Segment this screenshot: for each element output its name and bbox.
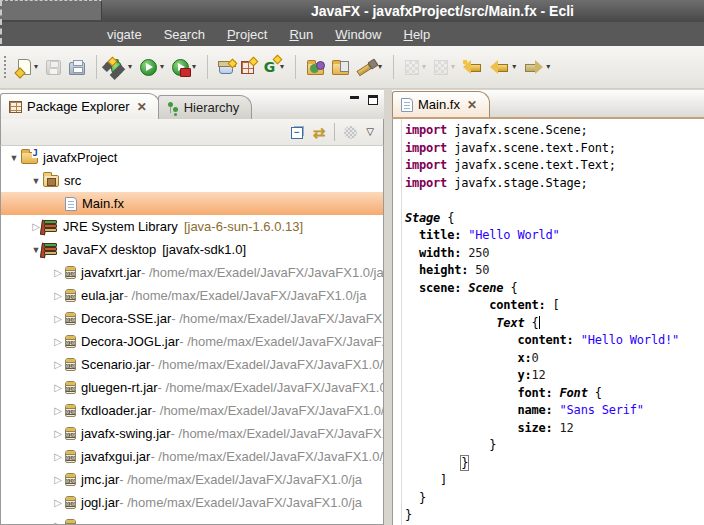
dropdown-arrow-icon[interactable]: ▾ (378, 63, 382, 71)
tree-item-path: - /home/max/Exadel/JavaFX/JavaFX1.0/ja (171, 311, 383, 326)
jar-icon (65, 450, 76, 463)
package-explorer-tree[interactable]: ▼javafxProject▼srcMain.fx▷JRE System Lib… (0, 146, 384, 525)
code-token: Scene (468, 281, 503, 295)
forward-button[interactable]: ▾ (520, 57, 554, 77)
toolbar-separator (393, 55, 394, 79)
code-token: width: (419, 246, 461, 260)
tab-main-fx[interactable]: Main.fx ✕ (392, 91, 490, 117)
collapse-all-icon[interactable] (291, 126, 304, 139)
dropdown-arrow-icon[interactable]: ▾ (546, 63, 550, 71)
code-token: title: (419, 228, 461, 242)
tree-item-javafxgui-jar[interactable]: ▷javafxgui.jar - /home/max/Exadel/JavaFX… (1, 445, 383, 468)
code-token: content: (489, 298, 545, 312)
tree-item-label: Decora-JOGL.jar (81, 334, 179, 349)
collapsed-arrow-icon[interactable]: ▷ (51, 474, 65, 485)
close-icon[interactable]: ✕ (465, 100, 477, 110)
menu-item-run[interactable]: Run (278, 27, 324, 42)
tree-item-main-fx[interactable]: Main.fx (1, 192, 383, 215)
window-titlebar: JavaFX - javafxProject/src/Main.fx - Ecl… (0, 0, 704, 22)
dropdown-arrow-icon[interactable]: ▾ (192, 63, 196, 71)
jar-icon (65, 335, 76, 348)
collapsed-arrow-icon[interactable]: ▷ (51, 359, 65, 370)
close-icon[interactable]: ✕ (135, 102, 147, 112)
new-package-wizard-button[interactable] (215, 57, 237, 77)
tree-item-jogl-jar[interactable]: ▷jogl.jar - /home/max/Exadel/JavaFX/Java… (1, 491, 383, 514)
tab-label: Main.fx (418, 97, 460, 112)
collapsed-arrow-icon[interactable]: ▷ (51, 428, 65, 439)
tree-item-label: javafxrt.jar (81, 265, 141, 280)
new-wizard-button[interactable]: ▾ (14, 56, 42, 78)
collapsed-arrow-icon[interactable]: ▷ (51, 336, 65, 347)
tree-item-scenario-jar[interactable]: ▷Scenario.jar - /home/max/Exadel/JavaFX/… (1, 353, 383, 376)
toolbar-group: ▾▾▾▾ (401, 57, 554, 78)
tree-item-fxdloader-jar[interactable]: ▷fxdloader.jar - /home/max/Exadel/JavaFX… (1, 399, 383, 422)
dropdown-arrow-icon[interactable]: ▾ (280, 63, 284, 71)
dropdown-arrow-icon[interactable]: ▾ (422, 63, 426, 71)
toolbar-separator (334, 123, 335, 141)
menu-item-search[interactable]: Search (153, 27, 216, 42)
collapsed-arrow-icon[interactable]: ▷ (51, 497, 65, 508)
view-menu-icon[interactable]: ▽ (366, 127, 374, 137)
tree-item-partial[interactable]: ▷ (1, 514, 383, 525)
dropdown-arrow-icon[interactable]: ▾ (34, 63, 38, 71)
menu-item-project[interactable]: Project (216, 27, 278, 42)
menu-item-help[interactable]: Help (392, 27, 441, 42)
tab-hierarchy[interactable]: Hierarchy (158, 95, 253, 119)
tree-item-jmc-jar[interactable]: ▷jmc.jar - /home/max/Exadel/JavaFX/JavaF… (1, 468, 383, 491)
hierarchy-icon (167, 101, 179, 115)
tree-item-decora-jogl-jar[interactable]: ▷Decora-JOGL.jar - /home/max/Exadel/Java… (1, 330, 383, 353)
import-wizard-button[interactable] (303, 57, 328, 78)
jar-icon (65, 427, 76, 440)
tree-item-javafx-swing-jar[interactable]: ▷javafx-swing.jar - /home/max/Exadel/Jav… (1, 422, 383, 445)
back-button[interactable]: ▾ (486, 57, 520, 77)
run-button[interactable]: ▾ (136, 56, 168, 79)
library-icon (43, 243, 58, 256)
maximize-icon[interactable] (368, 95, 378, 105)
code-token: 12 (531, 368, 545, 382)
tree-item-javafx-desktop[interactable]: ▼JavaFX desktop[javafx-sdk1.0] (1, 238, 383, 261)
import-wizard-icon (307, 63, 324, 75)
expanded-arrow-icon[interactable]: ▼ (29, 176, 43, 186)
sash[interactable] (384, 90, 392, 525)
editor-vertical-ruler[interactable] (393, 119, 402, 525)
minimize-icon[interactable] (350, 96, 360, 105)
collapsed-arrow-icon[interactable]: ▷ (51, 520, 65, 525)
code-token: y: (517, 368, 531, 382)
link-with-editor-icon[interactable]: ⇄ (313, 126, 326, 139)
jar-icon (65, 289, 76, 302)
toolbar-drag-handle[interactable] (4, 56, 8, 78)
toolbar-group: ▾ (303, 56, 386, 78)
menu-item-vigate[interactable]: vigate (96, 27, 153, 42)
tree-item-gluegen-rt-jar[interactable]: ▷gluegen-rt.jar - /home/max/Exadel/JavaF… (1, 376, 383, 399)
tree-item-javafxproject[interactable]: ▼javafxProject (1, 146, 383, 169)
code-line: ] (405, 472, 704, 490)
export-wizard-button[interactable] (328, 57, 353, 78)
dropdown-arrow-icon[interactable]: ▾ (128, 63, 132, 71)
new-class-wizard-button[interactable] (237, 58, 258, 77)
code-editor[interactable]: import javafx.scene.Scene;import javafx.… (402, 119, 704, 525)
tree-item-eula-jar[interactable]: ▷eula.jar - /home/max/Exadel/JavaFX/Java… (1, 284, 383, 307)
collapsed-arrow-icon[interactable]: ▷ (51, 451, 65, 462)
print-button[interactable] (65, 57, 89, 78)
format-brush-button[interactable]: ▾ (353, 56, 386, 78)
dropdown-arrow-icon[interactable]: ▾ (451, 63, 455, 71)
last-edit-location-button[interactable] (459, 57, 486, 77)
dropdown-arrow-icon[interactable]: ▾ (160, 63, 164, 71)
expanded-arrow-icon[interactable]: ▼ (7, 153, 21, 163)
new-type-wizard-button[interactable]: G▾ (258, 57, 288, 78)
collapsed-arrow-icon[interactable]: ▷ (51, 382, 65, 393)
tree-item-javafxrt-jar[interactable]: ▷javafxrt.jar - /home/max/Exadel/JavaFX/… (1, 261, 383, 284)
collapsed-arrow-icon[interactable]: ▷ (51, 313, 65, 324)
collapsed-arrow-icon[interactable]: ▷ (51, 290, 65, 301)
tree-item-decora-sse-jar[interactable]: ▷Decora-SSE.jar - /home/max/Exadel/JavaF… (1, 307, 383, 330)
collapsed-arrow-icon[interactable]: ▷ (51, 405, 65, 416)
tree-item-jre-system-library[interactable]: ▷JRE System Library[java-6-sun-1.6.0.13] (1, 215, 383, 238)
debug-button[interactable]: ▾ (104, 57, 136, 78)
menu-item-window[interactable]: Window (324, 27, 392, 42)
tab-package-explorer[interactable]: Package Explorer ✕ (0, 93, 160, 119)
collapsed-arrow-icon[interactable]: ▷ (51, 267, 65, 278)
tree-item-src[interactable]: ▼src (1, 169, 383, 192)
code-line: import javafx.scene.text.Text; (405, 157, 704, 175)
dropdown-arrow-icon[interactable]: ▾ (512, 63, 516, 71)
run-external-button[interactable]: ▾ (168, 56, 200, 79)
